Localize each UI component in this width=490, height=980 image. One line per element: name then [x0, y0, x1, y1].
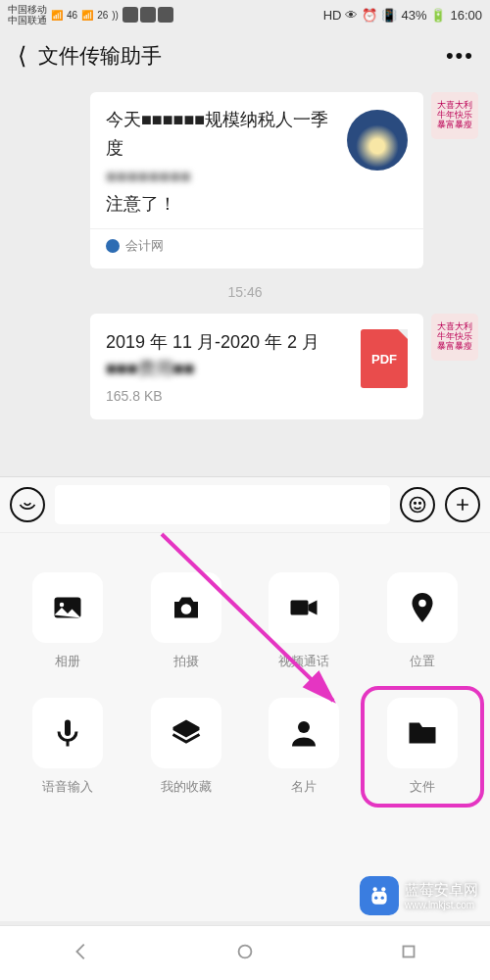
message-input[interactable] — [55, 485, 390, 524]
file-icon — [387, 698, 458, 768]
nav-recent[interactable] — [398, 941, 419, 966]
message-1: 今天■■■■■■规模纳税人一季度 ■■■■■■■■ 注意了！ 会计网 大喜大利 … — [12, 92, 478, 269]
avatar[interactable]: 大喜大利 牛年快乐 暴富暴瘦 — [431, 314, 478, 361]
file-bubble[interactable]: 2019 年 11 月-2020 年 2 月 ■■■费用■■ 165.8 KB … — [90, 314, 423, 419]
location-icon — [387, 572, 458, 643]
carrier-label: 中国移动 中国联通 — [8, 4, 47, 25]
svg-rect-8 — [65, 720, 71, 737]
net-label-1: 46 — [67, 10, 77, 21]
svg-point-4 — [60, 603, 65, 608]
voice-toggle-button[interactable] — [10, 487, 45, 522]
article-line3: 注意了！ — [106, 190, 408, 219]
source-icon — [106, 239, 120, 253]
svg-point-16 — [239, 945, 252, 957]
attach-contact-card[interactable]: 名片 — [254, 698, 355, 796]
file-size: 165.8 KB — [106, 388, 347, 404]
file-name-line1: 2019 年 11 月-2020 年 2 月 — [106, 329, 347, 356]
hd-icon: HD — [323, 8, 342, 23]
svg-rect-6 — [291, 601, 309, 615]
vibrate-icon: 📳 — [381, 8, 397, 23]
system-nav-bar — [0, 925, 490, 980]
attachment-panel: 相册 拍摄 视频通话 位置 语音输入 我的收藏 名片 文件 — [0, 533, 490, 921]
clock: 16:00 — [450, 8, 482, 23]
net-label-2: 26 — [97, 10, 108, 21]
avatar[interactable]: 大喜大利 牛年快乐 暴富暴瘦 — [431, 92, 478, 139]
attach-location[interactable]: 位置 — [372, 572, 473, 670]
article-bubble[interactable]: 今天■■■■■■规模纳税人一季度 ■■■■■■■■ 注意了！ 会计网 — [90, 92, 423, 269]
svg-point-12 — [381, 887, 385, 891]
svg-point-11 — [373, 887, 377, 891]
battery-icon: 🔋 — [430, 8, 446, 23]
voice-input-icon — [32, 698, 103, 768]
alarm-icon: ⏰ — [362, 8, 377, 23]
camera-icon — [151, 572, 221, 643]
svg-point-14 — [374, 897, 377, 900]
attach-gallery[interactable]: 相册 — [18, 572, 119, 670]
watermark-icon — [360, 876, 399, 915]
nav-home[interactable] — [234, 941, 256, 966]
status-bar: 中国移动 中国联通 📶 46 📶 26 )) HD 👁 ⏰ 📳 43% 🔋 16… — [0, 0, 490, 29]
video-call-icon — [269, 572, 339, 643]
svg-point-9 — [298, 721, 310, 733]
more-button[interactable]: ••• — [442, 43, 478, 69]
plus-button[interactable] — [445, 487, 480, 522]
svg-point-0 — [411, 498, 425, 513]
svg-point-2 — [419, 503, 421, 505]
eye-care-icon: 👁 — [345, 8, 358, 23]
article-source: 会计网 — [106, 237, 408, 255]
watermark-url: www.lmkjst.com — [405, 900, 478, 910]
signal-icon-2: 📶 — [81, 10, 93, 21]
attach-favorites[interactable]: 我的收藏 — [136, 698, 237, 796]
watermark: 蓝莓安卓网 www.lmkjst.com — [360, 876, 478, 915]
file-name-line2: ■■■费用■■ — [106, 356, 347, 382]
favorites-icon — [151, 698, 221, 768]
bubble-separator — [90, 228, 423, 229]
notification-icons — [122, 7, 173, 23]
contact-card-icon — [269, 698, 339, 768]
emoji-button[interactable] — [400, 487, 435, 522]
wifi-icon: )) — [112, 10, 119, 21]
nav-back[interactable] — [71, 941, 92, 966]
svg-point-5 — [181, 604, 192, 614]
input-bar — [0, 476, 490, 532]
pdf-icon: PDF — [361, 329, 408, 388]
article-line2: ■■■■■■■■ — [106, 163, 408, 191]
timestamp: 15:46 — [12, 284, 478, 300]
page-title: 文件传输助手 — [38, 42, 442, 70]
svg-rect-13 — [371, 892, 386, 905]
attach-video-call[interactable]: 视频通话 — [254, 572, 355, 670]
watermark-title: 蓝莓安卓网 — [405, 881, 478, 900]
svg-rect-17 — [403, 946, 414, 956]
attach-camera[interactable]: 拍摄 — [136, 572, 237, 670]
chat-area: 今天■■■■■■规模纳税人一季度 ■■■■■■■■ 注意了！ 会计网 大喜大利 … — [0, 82, 490, 445]
attach-file[interactable]: 文件 — [361, 686, 485, 808]
battery-percent: 43% — [401, 8, 426, 23]
svg-point-7 — [418, 600, 426, 608]
svg-point-15 — [381, 897, 384, 900]
back-button[interactable]: ⟨ — [12, 42, 32, 70]
message-2: 2019 年 11 月-2020 年 2 月 ■■■费用■■ 165.8 KB … — [12, 314, 478, 419]
svg-point-1 — [415, 503, 416, 505]
attach-voice-input[interactable]: 语音输入 — [18, 698, 119, 796]
app-header: ⟨ 文件传输助手 ••• — [0, 29, 490, 82]
signal-icon-1: 📶 — [51, 10, 63, 21]
gallery-icon — [32, 572, 103, 643]
